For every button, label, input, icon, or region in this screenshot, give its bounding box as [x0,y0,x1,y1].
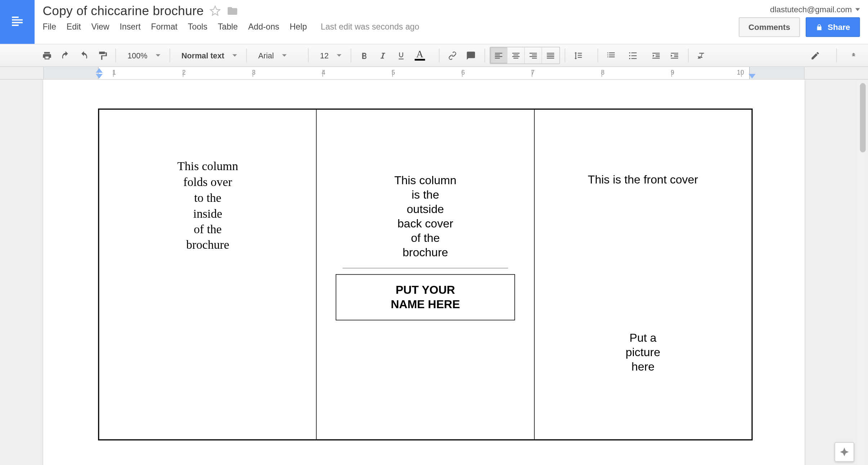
divider [343,268,508,269]
toolbar: 100% Normal text Arial 12 A [0,44,868,67]
menu-tools[interactable]: Tools [188,22,207,31]
brochure-col-1[interactable]: This columnfolds overto theinsideof theb… [99,110,317,439]
zoom-dropdown[interactable]: 100% [121,47,165,63]
star-icon[interactable] [210,5,221,17]
bulleted-list-button[interactable] [625,47,642,63]
align-group [489,47,560,64]
app-header: Copy of chiccarine brochure File Edit Vi… [0,0,868,44]
brochure-table: This columnfolds overto theinsideof theb… [98,108,753,440]
menu-bar: File Edit View Insert Format Tools Table… [42,22,730,31]
col3-picture-text[interactable]: Put apicturehere [549,331,737,374]
right-indent-marker[interactable] [749,74,756,79]
menu-format[interactable]: Format [151,22,178,31]
lock-icon [815,23,823,31]
align-center-button[interactable] [507,47,525,63]
menu-edit[interactable]: Edit [67,22,81,31]
caret-down-icon [337,54,341,57]
svg-point-1 [629,55,630,56]
line-spacing-button[interactable] [570,47,587,63]
align-right-button[interactable] [525,47,542,63]
numbered-list-button[interactable] [603,47,620,63]
last-edit-label: Last edit was seconds ago [321,22,420,31]
explore-button[interactable] [835,442,854,462]
svg-point-0 [629,52,630,53]
menu-help[interactable]: Help [290,22,307,31]
insert-comment-button[interactable] [462,47,480,63]
text-color-button[interactable]: A [411,47,428,63]
caret-down-icon [232,54,237,57]
increase-indent-button[interactable] [666,47,683,63]
menu-insert[interactable]: Insert [120,22,140,31]
col1-text[interactable]: This columnfolds overto theinsideof theb… [113,159,302,253]
editing-mode-button[interactable] [806,47,824,63]
paragraph-style-dropdown[interactable]: Normal text [174,47,241,63]
folder-icon[interactable] [227,5,238,17]
font-size-dropdown[interactable]: 12 [313,47,346,63]
italic-button[interactable] [374,47,392,63]
horizontal-ruler[interactable]: 1 2 3 4 5 6 7 8 9 10 [0,67,868,80]
underline-button[interactable] [393,47,410,63]
comments-button[interactable]: Comments [739,17,800,37]
menu-view[interactable]: View [91,22,109,31]
col3-title-text[interactable]: This is the front cover [549,173,737,186]
share-button[interactable]: Share [806,17,860,37]
account-switcher[interactable]: dlastutech@gmail.com [739,5,860,14]
collapse-toolbar-button[interactable] [845,47,862,63]
brochure-col-2[interactable]: This columnis theoutsideback coverof the… [317,110,534,439]
align-justify-button[interactable] [542,47,559,63]
paint-format-button[interactable] [93,47,111,63]
align-left-button[interactable] [490,47,507,63]
caret-down-icon [156,54,160,57]
redo-button[interactable] [75,47,92,63]
caret-down-icon [855,8,860,11]
insert-link-button[interactable] [444,47,461,63]
col2-text[interactable]: This columnis theoutsideback coverof the… [331,173,520,260]
undo-button[interactable] [57,47,74,63]
bold-button[interactable] [356,47,373,63]
page[interactable]: This columnfolds overto theinsideof theb… [43,80,805,465]
document-workspace[interactable]: This columnfolds overto theinsideof theb… [0,80,868,465]
font-dropdown[interactable]: Arial [251,47,303,63]
docs-logo[interactable] [0,0,35,44]
decrease-indent-button[interactable] [648,47,665,63]
menu-table[interactable]: Table [218,22,238,31]
menu-file[interactable]: File [42,22,56,31]
name-placeholder-box[interactable]: PUT YOURNAME HERE [336,274,515,320]
menu-addons[interactable]: Add-ons [248,22,279,31]
vertical-scrollbar[interactable] [858,80,867,465]
brochure-col-3[interactable]: This is the front cover Put apicturehere [534,110,752,439]
clear-formatting-button[interactable] [693,47,711,63]
scrollbar-thumb[interactable] [860,83,866,152]
account-email: dlastutech@gmail.com [770,5,852,14]
print-button[interactable] [38,47,55,63]
svg-point-2 [629,58,630,59]
doc-title[interactable]: Copy of chiccarine brochure [42,4,203,19]
caret-down-icon [282,54,287,57]
explore-icon [839,447,850,457]
